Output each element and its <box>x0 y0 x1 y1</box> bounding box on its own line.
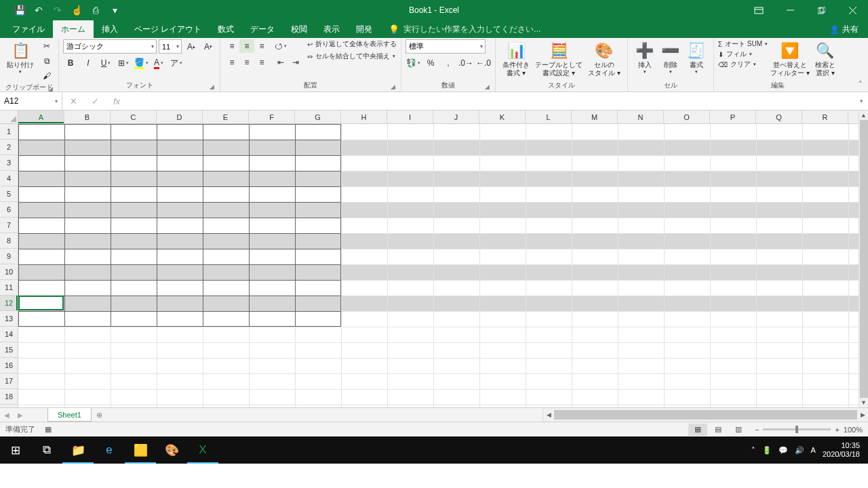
insert-function-button[interactable]: fx <box>106 96 127 106</box>
scroll-right-button[interactable]: ▶ <box>857 411 868 418</box>
align-center-button[interactable]: ≡ <box>239 56 254 69</box>
row-header-9[interactable]: 9 <box>0 249 18 264</box>
col-header-F[interactable]: F <box>249 110 295 123</box>
number-dialog-launcher[interactable]: ◢ <box>485 83 490 90</box>
format-painter-button[interactable]: 🖌 <box>39 69 54 83</box>
collapse-ribbon-button[interactable]: ˄ <box>859 80 863 89</box>
align-middle-button[interactable]: ≡ <box>239 39 254 53</box>
name-box[interactable]: A12▾ <box>0 92 62 110</box>
action-center-icon[interactable]: 💬 <box>778 446 788 455</box>
row-header-2[interactable]: 2 <box>0 140 18 155</box>
tab-formulas[interactable]: 数式 <box>210 20 242 38</box>
row-header-7[interactable]: 7 <box>0 218 18 233</box>
tray-overflow-icon[interactable]: ˄ <box>751 446 755 455</box>
row-header-6[interactable]: 6 <box>0 202 18 218</box>
normal-view-button[interactable]: ▦ <box>688 424 707 436</box>
row-header-5[interactable]: 5 <box>0 186 18 202</box>
decrease-font-button[interactable]: A▾ <box>201 40 216 54</box>
borders-button[interactable]: ⊞ <box>116 56 131 70</box>
volume-icon[interactable]: 🔊 <box>795 446 804 455</box>
sheet-tab-1[interactable]: Sheet1 <box>47 408 92 422</box>
align-right-button[interactable]: ≡ <box>254 56 269 69</box>
row-header-1[interactable]: 1 <box>0 124 18 140</box>
comma-button[interactable]: , <box>441 56 456 70</box>
ime-indicator[interactable]: A <box>811 446 816 454</box>
row-header-10[interactable]: 10 <box>0 264 18 280</box>
fill-button[interactable]: ⬇フィル ▾ <box>718 49 768 59</box>
ie-taskbar[interactable]: e <box>94 436 125 464</box>
expand-formula-bar[interactable]: ▾ <box>854 92 868 110</box>
underline-button[interactable]: U <box>98 56 113 70</box>
system-tray[interactable]: ˄ 🔋 💬 🔊 A 10:352020/03/18 <box>751 441 868 458</box>
excel-taskbar[interactable]: X <box>187 436 218 464</box>
task-view-button[interactable]: ⧉ <box>31 436 62 464</box>
new-sheet-button[interactable]: ⊕ <box>92 408 108 422</box>
wrap-text-button[interactable]: ↩折り返して全体を表示する <box>307 39 397 49</box>
font-color-button[interactable]: A <box>151 56 166 70</box>
row-header-18[interactable]: 18 <box>0 389 18 405</box>
macro-record-icon[interactable]: ▦ <box>45 425 52 434</box>
row-header-17[interactable]: 17 <box>0 373 18 389</box>
sticky-notes-taskbar[interactable]: 🟨 <box>125 436 156 464</box>
horizontal-scrollbar[interactable]: ◀ ▶ <box>542 408 868 422</box>
col-header-R[interactable]: R <box>802 110 848 123</box>
phonetic-button[interactable]: ア <box>169 56 184 70</box>
accounting-format-button[interactable]: 💱 <box>406 56 420 70</box>
start-button[interactable]: ⊞ <box>0 436 31 464</box>
decrease-decimal-button[interactable]: ←.0 <box>476 56 491 70</box>
col-header-E[interactable]: E <box>203 110 249 123</box>
col-header-D[interactable]: D <box>157 110 203 123</box>
col-header-K[interactable]: K <box>479 110 526 123</box>
formula-input[interactable] <box>127 92 854 110</box>
hscroll-thumb[interactable] <box>554 410 857 420</box>
maximize-button[interactable] <box>806 1 837 20</box>
col-header-M[interactable]: M <box>572 110 618 123</box>
conditional-formatting-button[interactable]: 📊条件付き 書式 ▾ <box>500 39 532 78</box>
tab-insert[interactable]: 挿入 <box>94 20 126 38</box>
vscroll-thumb[interactable] <box>860 120 868 398</box>
tab-home[interactable]: ホーム <box>53 20 94 38</box>
bold-button[interactable]: B <box>63 56 78 70</box>
paste-button[interactable]: 📋 貼り付け▾ <box>4 39 37 76</box>
sort-filter-button[interactable]: 🔽並べ替えと フィルター ▾ <box>768 39 812 78</box>
file-explorer-taskbar[interactable]: 📁 <box>62 436 94 464</box>
zoom-in-button[interactable]: + <box>835 426 839 434</box>
cut-button[interactable]: ✂ <box>39 39 54 53</box>
find-select-button[interactable]: 🔍検索と 選択 ▾ <box>812 39 838 78</box>
tab-file[interactable]: ファイル <box>4 20 53 38</box>
save-icon[interactable]: 💾 <box>15 5 24 15</box>
col-header-L[interactable]: L <box>526 110 572 123</box>
select-all-corner[interactable] <box>0 110 18 124</box>
zoom-slider[interactable] <box>763 428 831 430</box>
delete-cells-button[interactable]: ➖削除▾ <box>658 39 684 76</box>
tab-data[interactable]: データ <box>242 20 283 38</box>
autosum-button[interactable]: Σオート SUM ▾ <box>718 39 768 49</box>
tab-review[interactable]: 校閲 <box>283 20 315 38</box>
col-header-G[interactable]: G <box>295 110 341 123</box>
align-left-button[interactable]: ≡ <box>224 56 239 69</box>
page-layout-view-button[interactable]: ▤ <box>709 424 728 436</box>
col-header-P[interactable]: P <box>710 110 756 123</box>
clear-button[interactable]: ⌫クリア ▾ <box>718 60 768 69</box>
cell-styles-button[interactable]: 🎨セルの スタイル ▾ <box>585 39 623 78</box>
tab-developer[interactable]: 開発 <box>348 20 380 38</box>
row-header-13[interactable]: 13 <box>0 311 18 327</box>
col-header-H[interactable]: H <box>341 110 387 123</box>
column-headers[interactable]: ABCDEFGHIJKLMNOPQR <box>18 110 859 124</box>
active-cell[interactable] <box>18 296 64 310</box>
font-size-combo[interactable]: 11▾ <box>159 39 182 54</box>
copy-button[interactable]: ⧉ <box>39 54 54 68</box>
tab-scroll-right[interactable]: ▶ <box>14 408 27 422</box>
row-header-11[interactable]: 11 <box>0 280 18 296</box>
touch-mode-icon[interactable]: ☝ <box>72 5 81 15</box>
scroll-up-button[interactable]: ▲ <box>859 110 868 120</box>
scroll-left-button[interactable]: ◀ <box>543 411 554 418</box>
font-dialog-launcher[interactable]: ◢ <box>210 83 214 90</box>
alignment-dialog-launcher[interactable]: ◢ <box>391 83 395 90</box>
clipboard-dialog-launcher[interactable]: ◢ <box>48 85 53 92</box>
row-header-15[interactable]: 15 <box>0 342 18 358</box>
font-name-combo[interactable]: 游ゴシック▾ <box>63 39 157 54</box>
col-header-I[interactable]: I <box>387 110 433 123</box>
merge-center-button[interactable]: ⇔セルを結合して中央揃え ▾ <box>307 52 397 61</box>
zoom-level[interactable]: 100% <box>844 426 863 434</box>
